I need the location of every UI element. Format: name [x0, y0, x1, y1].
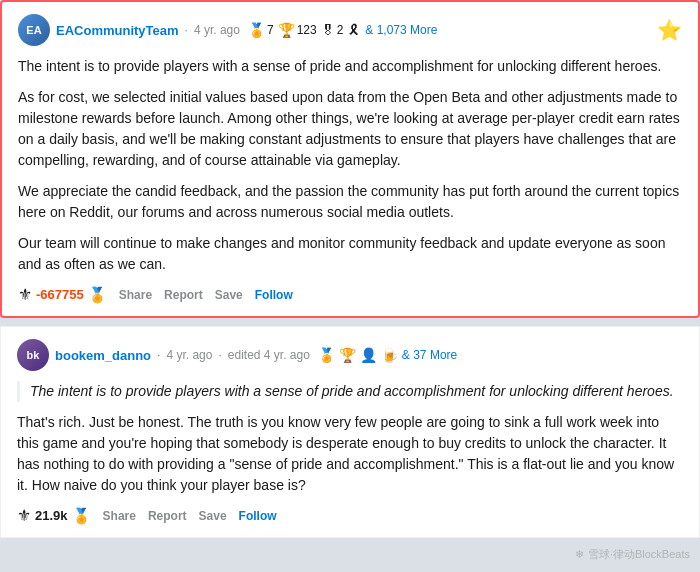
watermark-text: 雪球·律动BlockBeats: [588, 547, 690, 562]
bookem-comment-header: bk bookem_danno · 4 yr. ago · edited 4 y…: [17, 339, 683, 371]
ea-comment-footer: ⚜ -667755 🏅 Share Report Save Follow: [18, 285, 682, 304]
bookem-vote-count: 21.9k: [35, 508, 68, 523]
gold-medal-icon: 🏅: [248, 22, 265, 38]
bookem-more-link[interactable]: & 37 More: [402, 348, 457, 362]
badge-gold: 🏅 7: [248, 22, 274, 38]
badge-gold-count: 7: [267, 23, 274, 37]
bookem-vote-section: ⚜ 21.9k 🏅: [17, 506, 91, 525]
ea-vote-section: ⚜ -667755 🏅: [18, 285, 107, 304]
ea-username[interactable]: EACommunityTeam: [56, 23, 179, 38]
bookem-person-icon: 👤: [360, 347, 377, 363]
bookem-footer-medal-icon: 🏅: [72, 507, 91, 525]
badge-silver: 🏆 123: [278, 22, 317, 38]
badge-bronze: 🎖 2: [321, 22, 344, 38]
bookem-comment-card: bk bookem_danno · 4 yr. ago · edited 4 y…: [0, 326, 700, 538]
badge-bronze-count: 2: [337, 23, 344, 37]
ea-body-p3: We appreciate the candid feedback, and t…: [18, 181, 682, 223]
bookem-username[interactable]: bookem_danno: [55, 348, 151, 363]
watermark-symbol: ❄: [575, 548, 584, 561]
ea-save-link[interactable]: Save: [215, 288, 243, 302]
bookem-badges: 🏅 🏆 👤 🍺 & 37 More: [318, 347, 457, 363]
ea-star-button[interactable]: ⭐: [657, 18, 682, 42]
bookem-avatar: bk: [17, 339, 49, 371]
ea-body-p1: The intent is to provide players with a …: [18, 56, 682, 77]
bookem-share-link[interactable]: Share: [103, 509, 136, 523]
meta-separator-1: ·: [185, 23, 188, 37]
ea-body-p4: Our team will continue to make changes a…: [18, 233, 682, 275]
bookem-comment-footer: ⚜ 21.9k 🏅 Share Report Save Follow: [17, 506, 683, 525]
bookem-medal-icon: 🏅: [318, 347, 335, 363]
bookem-quote: The intent is to provide players with a …: [17, 381, 683, 402]
ea-badges: 🏅 7 🏆 123 🎖 2 🎗 & 1,073 More: [248, 22, 437, 38]
ea-footer-medal-icon: 🏅: [88, 286, 107, 304]
bookem-badge-2: 🏆: [339, 347, 356, 363]
ea-timestamp: 4 yr. ago: [194, 23, 240, 37]
ea-comment-header: EA EACommunityTeam · 4 yr. ago 🏅 7 🏆 123…: [18, 14, 682, 46]
ea-avatar: EA: [18, 14, 50, 46]
ea-body-p2: As for cost, we selected initial values …: [18, 87, 682, 171]
ea-more-link[interactable]: & 1,073 More: [365, 23, 437, 37]
ribbon-icon: 🎗: [347, 22, 361, 38]
bookem-rebel-icon: ⚜: [17, 506, 31, 525]
watermark: ❄ 雪球·律动BlockBeats: [575, 547, 690, 562]
bookem-beer-icon: 🍺: [381, 347, 398, 363]
trophy-icon: 🏆: [278, 22, 295, 38]
bookem-edited: edited 4 yr. ago: [228, 348, 310, 362]
rebel-alliance-icon: ⚜: [18, 285, 32, 304]
bookem-badge-1: 🏅: [318, 347, 335, 363]
ea-report-link[interactable]: Report: [164, 288, 203, 302]
bookem-trophy-icon: 🏆: [339, 347, 356, 363]
bookem-badge-3: 👤: [360, 347, 377, 363]
bookem-follow-button[interactable]: Follow: [239, 509, 277, 523]
badge-extra: 🎗: [347, 22, 361, 38]
bookem-report-link[interactable]: Report: [148, 509, 187, 523]
bookem-badge-4: 🍺: [381, 347, 398, 363]
bookem-comment-body: The intent is to provide players with a …: [17, 381, 683, 496]
ea-comment-body: The intent is to provide players with a …: [18, 56, 682, 275]
bookem-body-p1: That's rich. Just be honest. The truth i…: [17, 412, 683, 496]
ea-comment-card: EA EACommunityTeam · 4 yr. ago 🏅 7 🏆 123…: [0, 0, 700, 318]
badge-silver-count: 123: [297, 23, 317, 37]
bookem-timestamp: 4 yr. ago: [166, 348, 212, 362]
medal-icon: 🎖: [321, 22, 335, 38]
ea-follow-button[interactable]: Follow: [255, 288, 293, 302]
ea-vote-count: -667755: [36, 287, 84, 302]
meta-separator-2: ·: [157, 348, 160, 362]
meta-separator-3: ·: [218, 348, 221, 362]
ea-share-link[interactable]: Share: [119, 288, 152, 302]
bookem-save-link[interactable]: Save: [199, 509, 227, 523]
